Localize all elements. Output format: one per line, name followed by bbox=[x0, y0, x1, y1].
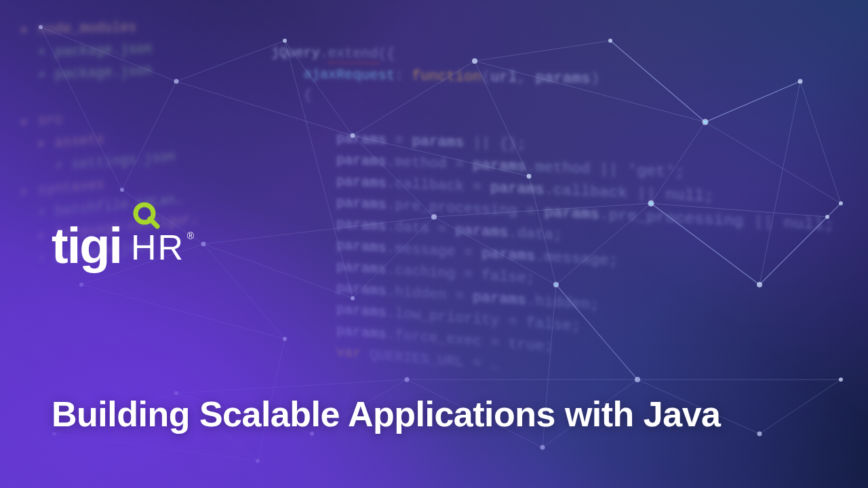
headline-text: Building Scalable Applications with Java bbox=[52, 394, 827, 435]
hero-banner: ▸ node_modules • package.json • package.… bbox=[0, 0, 868, 488]
svg-point-25 bbox=[540, 445, 545, 450]
registered-mark: ® bbox=[187, 231, 195, 241]
brand-name-primary: tigi bbox=[52, 224, 121, 269]
brand-name-secondary: HR ® bbox=[131, 230, 184, 269]
svg-point-22 bbox=[256, 459, 260, 463]
svg-point-11 bbox=[79, 283, 83, 287]
logo-accent-icon bbox=[132, 201, 160, 229]
svg-point-28 bbox=[839, 378, 843, 382]
bg-code-main: jQuery.extend({ ajaxRequest: function(ur… bbox=[271, 42, 834, 404]
brand-hr-text: HR bbox=[131, 228, 184, 267]
svg-point-10 bbox=[839, 201, 843, 205]
brand-logo: tigi HR ® bbox=[52, 224, 184, 269]
svg-point-24 bbox=[405, 378, 410, 382]
svg-point-12 bbox=[201, 242, 206, 247]
svg-point-7 bbox=[608, 39, 612, 43]
